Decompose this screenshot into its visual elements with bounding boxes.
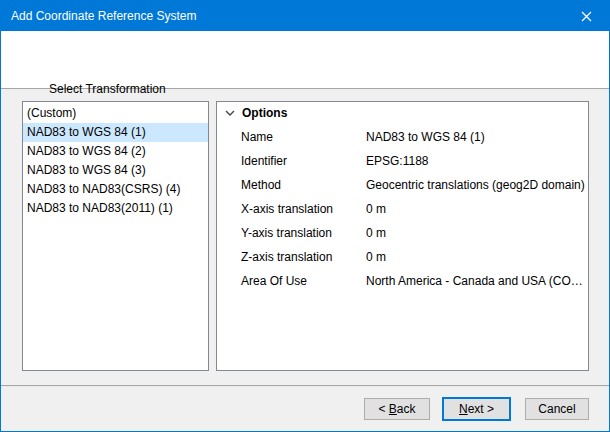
- options-rows: Name NAD83 to WGS 84 (1) Identifier EPSG…: [217, 125, 587, 293]
- back-button-label-rest: ack: [397, 402, 416, 416]
- next-button[interactable]: Next >: [442, 397, 511, 421]
- cancel-button-label: Cancel: [538, 402, 575, 416]
- option-label: Y-axis translation: [241, 221, 366, 245]
- list-item-nad83-csrs-4[interactable]: NAD83 to NAD83(CSRS) (4): [23, 180, 208, 199]
- options-header-label: Options: [242, 106, 287, 120]
- page-subtitle: Select Transformation: [49, 82, 166, 96]
- option-label: Area Of Use: [241, 269, 366, 293]
- option-row-z-axis: Z-axis translation 0 m: [217, 245, 587, 269]
- transformation-list: (Custom) NAD83 to WGS 84 (1) NAD83 to WG…: [22, 101, 209, 371]
- chevron-down-icon: [225, 110, 235, 116]
- list-item-nad83-wgs84-2[interactable]: NAD83 to WGS 84 (2): [23, 142, 208, 161]
- next-button-mnemonic: N: [459, 402, 468, 416]
- option-label: Identifier: [241, 149, 366, 173]
- wizard-header-band: Select Transformation: [1, 31, 609, 89]
- options-panel: Options Name NAD83 to WGS 84 (1) Identif…: [216, 101, 589, 371]
- close-icon: [581, 11, 592, 22]
- titlebar[interactable]: Add Coordinate Reference System: [1, 1, 609, 31]
- list-item-custom[interactable]: (Custom): [23, 104, 208, 123]
- option-value: Geocentric translations (geog2D domain): [366, 173, 587, 197]
- option-label: Method: [241, 173, 366, 197]
- option-row-identifier: Identifier EPSG:1188: [217, 149, 587, 173]
- close-button[interactable]: [564, 1, 609, 31]
- back-button-label: <: [378, 402, 388, 416]
- list-item-nad83-wgs84-1[interactable]: NAD83 to WGS 84 (1): [23, 123, 208, 142]
- option-value: EPSG:1188: [366, 149, 587, 173]
- option-row-name: Name NAD83 to WGS 84 (1): [217, 125, 587, 149]
- option-label: X-axis translation: [241, 197, 366, 221]
- option-row-area-of-use: Area Of Use North America - Canada and U…: [217, 269, 587, 293]
- options-group-header[interactable]: Options: [217, 105, 588, 121]
- next-button-label-rest: ext >: [468, 402, 494, 416]
- option-value: 0 m: [366, 197, 587, 221]
- back-button[interactable]: < Back: [364, 398, 430, 420]
- list-item-nad83-2011-1[interactable]: NAD83 to NAD83(2011) (1): [23, 199, 208, 218]
- option-label: Z-axis translation: [241, 245, 366, 269]
- option-row-method: Method Geocentric translations (geog2D d…: [217, 173, 587, 197]
- option-value: North America - Canada and USA (CO…: [366, 269, 587, 293]
- option-row-y-axis: Y-axis translation 0 m: [217, 221, 587, 245]
- window-title: Add Coordinate Reference System: [11, 9, 196, 23]
- option-value: NAD83 to WGS 84 (1): [366, 125, 587, 149]
- footer-separator: [1, 385, 609, 387]
- option-value: 0 m: [366, 221, 587, 245]
- option-row-x-axis: X-axis translation 0 m: [217, 197, 587, 221]
- add-crs-dialog: Add Coordinate Reference System Select T…: [0, 0, 610, 432]
- back-button-mnemonic: B: [389, 402, 397, 416]
- list-item-nad83-wgs84-3[interactable]: NAD83 to WGS 84 (3): [23, 161, 208, 180]
- option-value: 0 m: [366, 245, 587, 269]
- option-label: Name: [241, 125, 366, 149]
- cancel-button[interactable]: Cancel: [525, 398, 589, 420]
